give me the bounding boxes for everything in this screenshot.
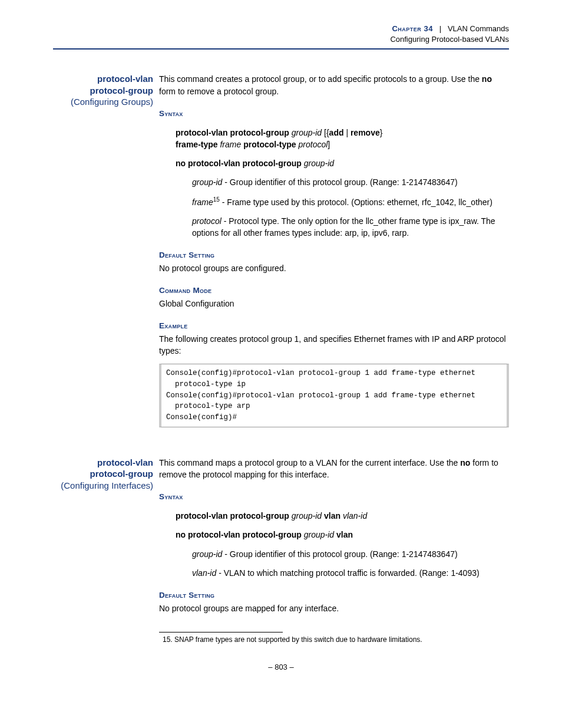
command-name-1: protocol-vlan <box>53 457 153 469</box>
command-label: protocol-vlan protocol-group (Configurin… <box>53 73 159 439</box>
syntax-heading: Syntax <box>159 491 509 503</box>
param-block: group-id - Group identifier of this prot… <box>192 548 509 579</box>
chapter-number: Chapter 34 <box>392 24 432 33</box>
command-entry: protocol-vlan protocol-group (Configurin… <box>53 457 509 645</box>
page-container: Chapter 34 | VLAN Commands Configuring P… <box>0 0 562 689</box>
chapter-title: VLAN Commands <box>448 24 509 33</box>
footnote-rule <box>159 632 283 633</box>
param-item: frame15 - Frame type used by this protoc… <box>192 196 509 208</box>
command-entry: protocol-vlan protocol-group (Configurin… <box>53 73 509 439</box>
param-item: group-id - Group identifier of this prot… <box>192 176 509 188</box>
syntax-line: no protocol-vlan protocol-group group-id… <box>176 529 509 541</box>
param-item: vlan-id - VLAN to which matching protoco… <box>192 567 509 579</box>
page-header: Chapter 34 | VLAN Commands Configuring P… <box>53 24 509 45</box>
footnote-text: 15. SNAP frame types are not supported b… <box>163 635 509 645</box>
command-name-1: protocol-vlan <box>53 73 153 85</box>
syntax-line: protocol-vlan protocol-group group-id vl… <box>176 510 509 522</box>
mode-text: Global Configuration <box>159 298 509 309</box>
command-name-2: protocol-group <box>53 468 153 480</box>
header-separator: | <box>435 24 446 33</box>
intro-text: This command creates a protocol group, o… <box>159 73 509 97</box>
syntax-block: protocol-vlan protocol-group group-id vl… <box>176 510 509 541</box>
param-item: group-id - Group identifier of this prot… <box>192 548 509 560</box>
command-content: This command creates a protocol group, o… <box>159 73 509 439</box>
command-context: (Configuring Interfaces) <box>53 480 153 492</box>
param-item: protocol - Protocol type. The only optio… <box>192 215 509 239</box>
command-label: protocol-vlan protocol-group (Configurin… <box>53 457 159 645</box>
param-block: group-id - Group identifier of this prot… <box>192 176 509 239</box>
default-text: No protocol groups are mapped for any in… <box>159 602 509 614</box>
header-rule <box>53 48 509 50</box>
default-heading: Default Setting <box>159 249 509 261</box>
example-text: The following creates protocol group 1, … <box>159 333 509 357</box>
syntax-heading: Syntax <box>159 108 509 120</box>
example-heading: Example <box>159 320 509 332</box>
default-heading: Default Setting <box>159 589 509 601</box>
command-name-2: protocol-group <box>53 85 153 97</box>
mode-heading: Command Mode <box>159 285 509 297</box>
code-example: Console(config)#protocol-vlan protocol-g… <box>159 364 509 427</box>
command-content: This command maps a protocol group to a … <box>159 457 509 645</box>
intro-text: This command maps a protocol group to a … <box>159 457 509 481</box>
syntax-block: protocol-vlan protocol-group group-id [{… <box>176 127 509 170</box>
chapter-subtitle: Configuring Protocol-based VLANs <box>53 34 509 45</box>
command-context: (Configuring Groups) <box>53 96 153 108</box>
syntax-line: protocol-vlan protocol-group group-id [{… <box>176 127 509 151</box>
page-number: – 803 – <box>53 663 509 671</box>
default-text: No protocol groups are configured. <box>159 262 509 274</box>
syntax-line: no protocol-vlan protocol-group group-id <box>176 157 509 169</box>
